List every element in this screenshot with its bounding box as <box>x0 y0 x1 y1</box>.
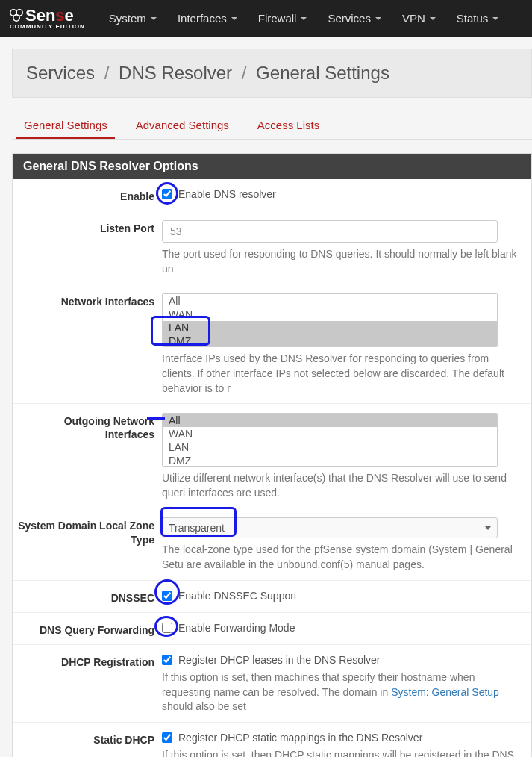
tab-advanced[interactable]: Advanced Settings <box>136 119 229 137</box>
static-dhcp-checkbox-line[interactable]: Register DHCP static mappings in the DNS… <box>162 732 524 744</box>
tab-general[interactable]: General Settings <box>24 119 107 137</box>
outgoing-interfaces-select[interactable]: All WAN LAN DMZ <box>162 413 498 467</box>
enable-checkbox[interactable] <box>162 189 172 199</box>
breadcrumb: Services / DNS Resolver / General Settin… <box>26 63 518 84</box>
row-forwarding: DNS Query Forwarding Enable Forwarding M… <box>13 613 531 645</box>
forwarding-checkbox-line[interactable]: Enable Forwarding Mode <box>162 622 524 634</box>
caret-icon <box>301 17 307 20</box>
row-zone-type: System Domain Local Zone Type Transparen… <box>13 508 531 580</box>
dhcp-reg-checkbox-label: Register DHCP leases in the DNS Resolver <box>178 654 381 666</box>
row-network-interfaces: Network Interfaces All WAN LAN DMZ Inter… <box>13 284 531 404</box>
tab-access[interactable]: Access Lists <box>257 119 319 137</box>
static-dhcp-checkbox-label: Register DHCP static mappings in the DNS… <box>178 732 422 744</box>
panel-header: General DNS Resolver Options <box>13 154 531 179</box>
brand-name-pre: Sen <box>25 7 55 24</box>
caret-icon <box>430 17 436 20</box>
nav-system[interactable]: System <box>98 1 167 35</box>
nav-services[interactable]: Services <box>317 1 392 35</box>
dhcp-reg-help: If this option is set, then machines tha… <box>162 670 524 714</box>
dnssec-checkbox-line[interactable]: Enable DNSSEC Support <box>162 590 524 602</box>
nav-status[interactable]: Status <box>446 1 510 35</box>
label-network-interfaces: Network Interfaces <box>13 293 162 396</box>
listen-port-help: The port used for responding to DNS quer… <box>162 247 524 276</box>
nav-items: System Interfaces Firewall Services VPN … <box>98 1 509 35</box>
nav-interfaces[interactable]: Interfaces <box>167 1 248 35</box>
dnssec-checkbox[interactable] <box>162 591 172 601</box>
breadcrumb-bar: Services / DNS Resolver / General Settin… <box>12 49 532 98</box>
link-system-general-setup[interactable]: System: General Setup <box>391 686 499 698</box>
static-dhcp-help: If this option is set, then DHCP static … <box>162 748 524 757</box>
label-dhcp-registration: DHCP Registration <box>13 654 162 714</box>
settings-panel: General DNS Resolver Options Enable Enab… <box>12 153 532 757</box>
ni-option-wan[interactable]: WAN <box>163 308 497 321</box>
dhcp-reg-checkbox-line[interactable]: Register DHCP leases in the DNS Resolver <box>162 654 524 666</box>
caret-icon <box>231 17 237 20</box>
svg-point-2 <box>13 14 19 20</box>
nav-system-label: System <box>109 12 146 25</box>
label-outgoing-interfaces: Outgoing Network Interfaces <box>13 413 162 500</box>
dhcp-reg-checkbox[interactable] <box>162 655 172 665</box>
network-interfaces-select[interactable]: All WAN LAN DMZ <box>162 293 498 347</box>
nav-firewall-label: Firewall <box>258 12 297 25</box>
oi-option-lan[interactable]: LAN <box>163 440 497 454</box>
listen-port-input[interactable] <box>162 220 498 243</box>
crumb-sep: / <box>237 63 251 83</box>
caret-icon <box>492 17 498 20</box>
label-enable: Enable <box>13 188 162 203</box>
caret-icon <box>375 17 381 20</box>
nav-interfaces-label: Interfaces <box>178 12 227 25</box>
label-static-dhcp: Static DHCP <box>13 732 162 757</box>
tabs-underline <box>12 139 532 140</box>
label-forwarding: DNS Query Forwarding <box>13 622 162 637</box>
ni-option-lan[interactable]: LAN <box>163 321 497 334</box>
row-dnssec: DNSSEC Enable DNSSEC Support <box>13 581 531 613</box>
network-interfaces-help: Interface IPs used by the DNS Resolver f… <box>162 352 524 396</box>
nav-firewall[interactable]: Firewall <box>248 1 318 35</box>
row-enable: Enable Enable DNS resolver <box>13 179 531 211</box>
enable-checkbox-label: Enable DNS resolver <box>178 188 276 200</box>
row-listen-port: Listen Port The port used for responding… <box>13 211 531 284</box>
label-zone-type: System Domain Local Zone Type <box>13 517 162 572</box>
outgoing-interfaces-help: Utilize different network interface(s) t… <box>162 471 524 500</box>
crumb-services[interactable]: Services <box>26 63 95 83</box>
tabs: General Settings Advanced Settings Acces… <box>24 119 532 137</box>
oi-option-dmz[interactable]: DMZ <box>163 454 497 467</box>
top-nav: Sense COMMUNITY EDITION System Interface… <box>0 0 532 37</box>
nav-services-label: Services <box>328 12 371 25</box>
label-dnssec: DNSSEC <box>13 590 162 605</box>
forwarding-checkbox-label: Enable Forwarding Mode <box>178 622 295 634</box>
ni-option-all[interactable]: All <box>163 294 497 308</box>
oi-option-all[interactable]: All <box>163 414 497 427</box>
logo-icon <box>9 8 24 23</box>
crumb-resolver[interactable]: DNS Resolver <box>119 63 232 83</box>
brand-name-post: e <box>65 7 74 24</box>
nav-status-label: Status <box>457 12 489 25</box>
crumb-current: General Settings <box>256 63 389 83</box>
brand-subtitle: COMMUNITY EDITION <box>10 24 85 30</box>
row-outgoing-interfaces: Outgoing Network Interfaces All WAN LAN … <box>13 404 531 508</box>
dnssec-checkbox-label: Enable DNSSEC Support <box>178 590 297 602</box>
chevron-down-icon <box>485 526 491 530</box>
nav-vpn-label: VPN <box>402 12 425 25</box>
forwarding-checkbox[interactable] <box>162 623 172 633</box>
enable-checkbox-line[interactable]: Enable DNS resolver <box>162 188 524 200</box>
zone-type-help: The local-zone type used for the pfSense… <box>162 543 524 572</box>
row-static-dhcp: Static DHCP Register DHCP static mapping… <box>13 723 531 757</box>
crumb-sep: / <box>100 63 114 83</box>
oi-option-wan[interactable]: WAN <box>163 427 497 440</box>
static-dhcp-checkbox[interactable] <box>162 732 172 743</box>
zone-type-value: Transparent <box>169 522 225 534</box>
ni-option-dmz[interactable]: DMZ <box>163 334 497 347</box>
row-dhcp-registration: DHCP Registration Register DHCP leases i… <box>13 645 531 723</box>
brand-name-red: s <box>55 7 64 24</box>
zone-type-select[interactable]: Transparent <box>162 517 498 538</box>
label-listen-port: Listen Port <box>13 220 162 276</box>
brand-logo[interactable]: Sense COMMUNITY EDITION <box>9 7 85 30</box>
caret-icon <box>151 17 157 20</box>
nav-vpn[interactable]: VPN <box>392 1 446 35</box>
